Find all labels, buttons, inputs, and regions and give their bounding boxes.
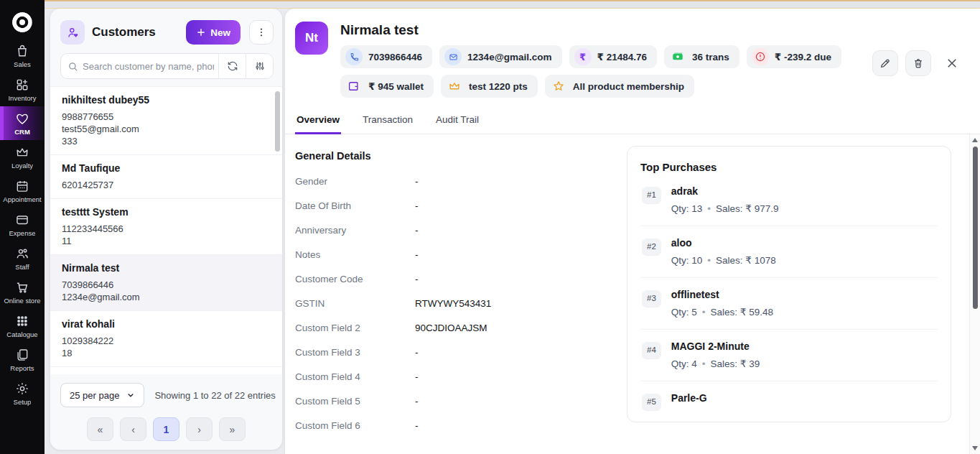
customers-title: Customers bbox=[92, 25, 179, 40]
customers-header: Customers New bbox=[50, 9, 282, 53]
prev-page-button[interactable]: ‹ bbox=[120, 417, 146, 441]
sidebar-item-label: Appointment bbox=[3, 195, 41, 203]
bag-icon bbox=[15, 44, 29, 58]
customer-extra: 333 bbox=[62, 135, 271, 147]
customer-extra: 18 bbox=[62, 347, 271, 359]
product-name: adrak bbox=[671, 185, 779, 197]
tab-overview[interactable]: Overview bbox=[295, 108, 341, 134]
customer-list-item[interactable]: testttt System 112233445566 11 bbox=[50, 199, 282, 255]
customer-name: Nirmala test bbox=[62, 261, 271, 275]
customer-search-box bbox=[61, 54, 218, 78]
pencil-icon bbox=[879, 57, 891, 69]
sliders-icon bbox=[254, 60, 266, 72]
sidebar-item-inventory[interactable]: Inventory bbox=[0, 73, 45, 106]
chip-row-1: 7039866446 1234e@gmail.com ₹ ₹ 21484.76 … bbox=[340, 45, 872, 68]
scroll-up-icon[interactable] bbox=[972, 138, 978, 142]
customer-list-item-selected[interactable]: Nirmala test 7039866446 1234e@gmail.com bbox=[50, 255, 282, 311]
product-qty: Qty: 4 bbox=[671, 358, 697, 369]
last-page-button[interactable]: » bbox=[219, 417, 246, 441]
membership-chip-label: All product membership bbox=[573, 81, 684, 92]
sidebar-item-setup[interactable]: Setup bbox=[0, 376, 45, 410]
top-purchases-title: Top Purchases bbox=[640, 161, 938, 173]
lifetime-sales-label: ₹ 21484.76 bbox=[597, 51, 647, 62]
customer-list-item[interactable]: nikhiltest dubey55 9988776655 test55@gma… bbox=[50, 87, 282, 155]
detail-actions bbox=[872, 29, 963, 98]
customers-panel: Customers New nikhiltest dubey5 bbox=[50, 9, 282, 450]
sidebar-item-expense[interactable]: Expense bbox=[0, 208, 45, 241]
close-detail-button[interactable] bbox=[941, 52, 963, 74]
detail-row-custom-field-3: Custom Field 3 - bbox=[295, 347, 627, 358]
delete-customer-button[interactable] bbox=[905, 50, 931, 76]
pagination: « ‹ 1 › » bbox=[60, 417, 272, 441]
first-page-button[interactable]: « bbox=[87, 417, 113, 441]
sidebar-item-catalogue[interactable]: Catalogue bbox=[0, 309, 45, 343]
loyalty-points-chip-label: test 1220 pts bbox=[469, 81, 528, 92]
customer-list-item[interactable]: Md Taufique 6201425737 bbox=[50, 155, 282, 199]
customer-search-group bbox=[60, 53, 274, 79]
main-scrollbar[interactable] bbox=[969, 134, 980, 454]
alert-icon bbox=[752, 48, 769, 65]
sidebar-item-appointment[interactable]: Appointment bbox=[0, 174, 45, 208]
sidebar-item-label: CRM bbox=[14, 128, 30, 136]
trash-icon bbox=[913, 57, 924, 69]
customer-heart-icon bbox=[60, 20, 85, 45]
detail-tabs: Overview Transaction Audit Trail bbox=[285, 108, 980, 134]
sidebar-item-reports[interactable]: Reports bbox=[0, 343, 45, 376]
customer-email: 1234e@gmail.com bbox=[62, 291, 271, 303]
sidebar-item-online-store[interactable]: Online store bbox=[0, 275, 45, 309]
product-sales: Sales: ₹ 1078 bbox=[716, 255, 776, 266]
credit-card-icon bbox=[15, 213, 29, 227]
tab-audit-trail[interactable]: Audit Trail bbox=[434, 108, 480, 134]
page-1-button[interactable]: 1 bbox=[153, 417, 179, 441]
sidebar-nav: Sales Inventory CRM Loyalty Appointment … bbox=[0, 39, 45, 410]
customer-extra: 11 bbox=[62, 235, 271, 247]
phone-icon bbox=[345, 48, 363, 65]
new-button-label: New bbox=[210, 27, 230, 38]
general-details-title: General Details bbox=[295, 150, 627, 162]
search-input[interactable] bbox=[61, 54, 218, 78]
phone-chip-label: 7039866446 bbox=[368, 52, 422, 62]
sidebar-item-crm[interactable]: CRM bbox=[0, 106, 45, 140]
rank-badge: #2 bbox=[642, 238, 661, 255]
mail-icon bbox=[444, 48, 462, 65]
rupee-icon: ₹ bbox=[574, 48, 592, 65]
crown-icon bbox=[446, 78, 463, 95]
sidebar-item-label: Reports bbox=[10, 364, 34, 372]
transactions-chip-label: 36 trans bbox=[692, 52, 729, 62]
refresh-icon bbox=[227, 60, 238, 72]
avatar: Nt bbox=[295, 22, 328, 55]
detail-row-anniversary: Anniversary - bbox=[295, 225, 627, 236]
product-sales: Sales: ₹ 59.48 bbox=[711, 307, 773, 318]
customers-menu-button[interactable] bbox=[249, 20, 274, 45]
due-chip: ₹ -239.2 due bbox=[747, 45, 841, 68]
sidebar-item-loyalty[interactable]: Loyalty bbox=[0, 140, 45, 174]
customer-list-item[interactable]: virat kohali 1029384222 18 bbox=[50, 311, 282, 367]
edit-customer-button[interactable] bbox=[872, 50, 898, 76]
bullet-separator: • bbox=[702, 307, 706, 318]
product-sales: Sales: ₹ 977.9 bbox=[716, 203, 778, 214]
top-purchases-card: Top Purchases #1 adrak Qty: 13•Sales: ₹ … bbox=[627, 146, 951, 422]
next-page-button[interactable]: › bbox=[186, 417, 213, 441]
email-chip-label: 1234e@gmail.com bbox=[467, 52, 551, 62]
detail-row-custom-field-5: Custom Field 5 - bbox=[295, 396, 627, 407]
customer-list-item[interactable]: Sun Shine bbox=[50, 367, 282, 374]
scroll-down-icon[interactable] bbox=[972, 446, 978, 450]
calendar-icon bbox=[15, 179, 29, 193]
detail-row-custom-field-4: Custom Field 4 - bbox=[295, 371, 627, 382]
tab-transaction[interactable]: Transaction bbox=[361, 108, 414, 134]
sidebar-item-sales[interactable]: Sales bbox=[0, 39, 45, 73]
detail-row-custom-field-2: Custom Field 2 90CJDIOAAJSM bbox=[295, 323, 627, 333]
per-page-select[interactable]: 25 per page bbox=[60, 383, 144, 407]
detail-row-customer-code: Customer Code - bbox=[295, 274, 627, 284]
rank-badge: #3 bbox=[642, 290, 661, 307]
filter-button[interactable] bbox=[246, 54, 273, 78]
sidebar: Sales Inventory CRM Loyalty Appointment … bbox=[0, 0, 45, 454]
sidebar-item-label: Catalogue bbox=[6, 330, 37, 338]
refresh-button[interactable] bbox=[218, 54, 246, 78]
sidebar-item-staff[interactable]: Staff bbox=[0, 241, 45, 275]
phone-chip: 7039866446 bbox=[340, 45, 432, 68]
customer-list-scrollbar[interactable] bbox=[275, 91, 280, 152]
scrollbar-thumb[interactable] bbox=[973, 147, 978, 309]
new-customer-button[interactable]: New bbox=[186, 20, 241, 45]
star-icon bbox=[550, 78, 567, 95]
